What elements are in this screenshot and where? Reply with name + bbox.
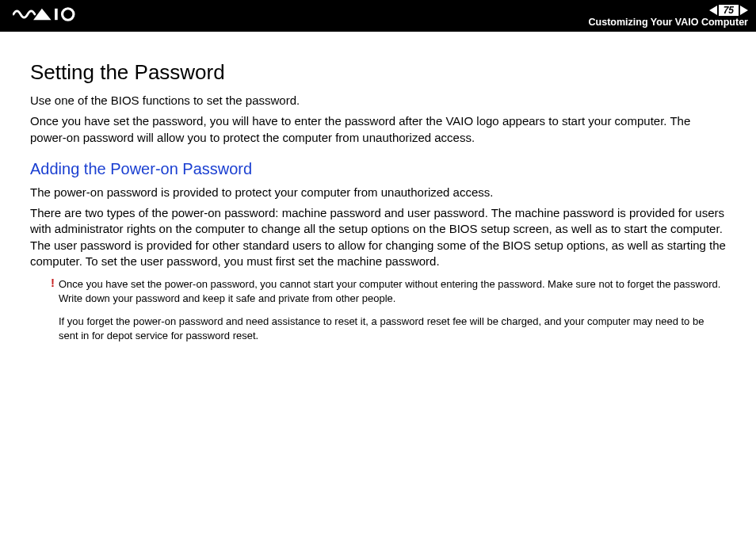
paragraph-2: There are two types of the power-on pass…: [30, 205, 726, 269]
intro-paragraph-2: Once you have set the password, you will…: [30, 113, 726, 146]
note-text-1: Once you have set the power-on password,…: [59, 277, 726, 305]
paragraph-1: The power-on password is provided to pro…: [30, 185, 726, 200]
header-bar: 75 Customizing Your VAIO Computer: [0, 0, 756, 32]
content: Setting the Password Use one of the BIOS…: [0, 32, 756, 368]
note-text-2: If you forget the power-on password and …: [59, 315, 726, 342]
warning-icon: !: [51, 276, 55, 289]
svg-rect-0: [55, 9, 58, 20]
breadcrumb: Customizing Your VAIO Computer: [589, 17, 748, 28]
page-nav: 75: [709, 5, 748, 16]
note-block: ! Once you have set the power-on passwor…: [30, 277, 726, 342]
next-page-arrow-icon[interactable]: [740, 6, 748, 15]
page-number: 75: [719, 5, 739, 16]
prev-page-arrow-icon[interactable]: [709, 6, 717, 15]
vaio-logo: [13, 7, 84, 25]
section-subtitle: Adding the Power-on Password: [30, 160, 726, 178]
page-title: Setting the Password: [30, 60, 726, 85]
intro-paragraph-1: Use one of the BIOS functions to set the…: [30, 93, 726, 109]
header-right: 75 Customizing Your VAIO Computer: [589, 5, 748, 28]
svg-point-1: [63, 9, 74, 20]
